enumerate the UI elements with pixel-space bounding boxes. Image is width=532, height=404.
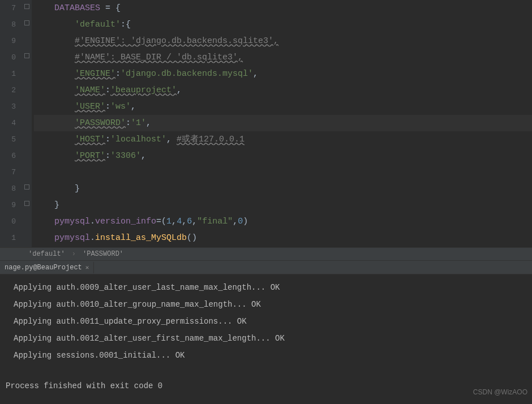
line-number: 1 [0, 230, 16, 246]
code-line[interactable]: 'default':{ [34, 16, 532, 33]
fold-marker[interactable] [22, 0, 32, 16]
code-line[interactable]: pymysql.install_as_MySQLdb() [34, 230, 532, 246]
code-line[interactable]: } [34, 180, 532, 197]
fold-marker[interactable] [22, 66, 32, 82]
line-number: 2 [0, 82, 16, 98]
fold-marker[interactable] [22, 49, 32, 66]
token-op [54, 118, 75, 128]
line-number: 9 [0, 33, 16, 49]
token-op: , [131, 102, 136, 111]
fold-marker[interactable] [22, 82, 32, 98]
chevron-right-icon: › [72, 250, 76, 258]
fold-marker[interactable] [22, 98, 32, 115]
fold-column[interactable] [22, 0, 32, 247]
token-op [54, 69, 75, 79]
code-line[interactable]: 'PASSWORD':'1', [34, 115, 532, 131]
token-op: } [54, 184, 80, 194]
fold-marker[interactable] [22, 115, 32, 131]
token-op: : [105, 135, 110, 144]
console-line: Applying auth.0010_alter_group_name_max_… [2, 296, 530, 313]
token-op [54, 36, 75, 46]
token-num: 0 [238, 217, 243, 226]
token-op [54, 53, 75, 62]
close-icon[interactable]: ✕ [85, 264, 89, 271]
code-line[interactable] [34, 164, 532, 180]
token-num: 1 [166, 217, 171, 226]
token-str: 'django.db.backends.mysql' [121, 69, 253, 79]
console-output[interactable]: Applying auth.0009_alter_user_last_name_… [0, 274, 532, 404]
token-num: 4 [177, 217, 182, 226]
fold-marker[interactable] [22, 131, 32, 148]
fold-marker[interactable] [22, 213, 32, 230]
token-op [54, 85, 75, 95]
token-op [54, 20, 75, 29]
line-number: 4 [0, 115, 16, 131]
code-line[interactable]: pymysql.version_info=(1,4,6,"final",0) [34, 213, 532, 230]
code-line[interactable]: 'NAME':'beauproject', [34, 82, 532, 98]
code-line[interactable]: DATABASES = { [34, 0, 532, 16]
token-op: , [171, 217, 177, 226]
code-line[interactable]: #'NAME': BASE_DIR / 'db.sqlite3', [34, 49, 532, 66]
line-number: 0 [0, 49, 16, 66]
token-op: : [105, 151, 110, 161]
fold-marker[interactable] [22, 164, 32, 180]
fold-marker[interactable] [22, 180, 32, 197]
breadcrumb[interactable]: 'default' › 'PASSWORD' [0, 247, 532, 261]
code-editor[interactable]: 789012345678901 DATABASES = { 'default':… [0, 0, 532, 247]
token-op: , [141, 151, 146, 161]
code-area[interactable]: DATABASES = { 'default':{ #'ENGINE': 'dj… [32, 0, 532, 247]
fold-marker[interactable] [22, 33, 32, 49]
token-strkey: 'USER' [75, 102, 105, 111]
token-op [54, 151, 75, 161]
code-line[interactable]: 'PORT':'3306', [34, 148, 532, 164]
token-op: = { [100, 3, 121, 13]
line-number: 8 [0, 180, 16, 197]
line-number: 6 [0, 148, 16, 164]
token-num: 6 [187, 217, 192, 226]
token-op [54, 102, 75, 111]
token-op: : [105, 85, 110, 95]
line-number: 3 [0, 98, 16, 115]
token-commentul: #或者127.0.0.1 [177, 135, 244, 144]
token-op: , [146, 118, 151, 128]
token-commentul: #'NAME': BASE_DIR / 'db.sqlite3', [75, 53, 243, 62]
code-line[interactable]: #'ENGINE': 'django.db.backends.sqlite3', [34, 33, 532, 49]
token-strkey: 'NAME' [75, 85, 105, 95]
fold-marker[interactable] [22, 230, 32, 246]
tab-label: nage.py@BeauProject [5, 264, 82, 272]
token-op: : [105, 102, 110, 111]
breadcrumb-item[interactable]: 'default' [28, 250, 65, 258]
code-line[interactable]: 'HOST':'localhost', #或者127.0.0.1 [34, 131, 532, 148]
token-op [54, 135, 75, 144]
code-line[interactable]: 'USER':'ws', [34, 98, 532, 115]
token-str: "final" [197, 217, 233, 226]
fold-marker[interactable] [22, 148, 32, 164]
token-strkey: 'beauproject' [110, 85, 177, 95]
console-line: Applying auth.0012_alter_user_first_name… [2, 330, 530, 347]
token-op: , [192, 217, 197, 226]
line-number: 0 [0, 213, 16, 230]
run-tab-bar: nage.py@BeauProject ✕ [0, 261, 532, 274]
token-var: pymysql [54, 233, 90, 243]
token-op: , [177, 85, 182, 95]
token-op: , [182, 217, 187, 226]
breadcrumb-item[interactable]: 'PASSWORD' [83, 250, 123, 258]
line-number: 7 [0, 164, 16, 180]
line-number: 8 [0, 16, 16, 33]
fold-marker[interactable] [22, 16, 32, 33]
code-line[interactable]: } [34, 197, 532, 213]
token-op: , [233, 217, 238, 226]
token-strkey: 'HOST' [75, 135, 105, 144]
token-str: '1' [131, 118, 146, 128]
token-var: pymysql [54, 217, 90, 226]
token-op: =( [156, 217, 166, 226]
run-tab[interactable]: nage.py@BeauProject ✕ [0, 262, 94, 273]
token-strkey: 'PASSWORD' [75, 118, 126, 128]
exit-message: Process finished with exit code 0 [2, 377, 530, 394]
console-line: Applying auth.0011_update_proxy_permissi… [2, 313, 530, 330]
token-op: , [166, 135, 177, 144]
token-op: () [187, 233, 197, 243]
code-line[interactable]: 'ENGINE':'django.db.backends.mysql', [34, 66, 532, 82]
fold-marker[interactable] [22, 197, 32, 213]
line-number: 7 [0, 0, 16, 16]
